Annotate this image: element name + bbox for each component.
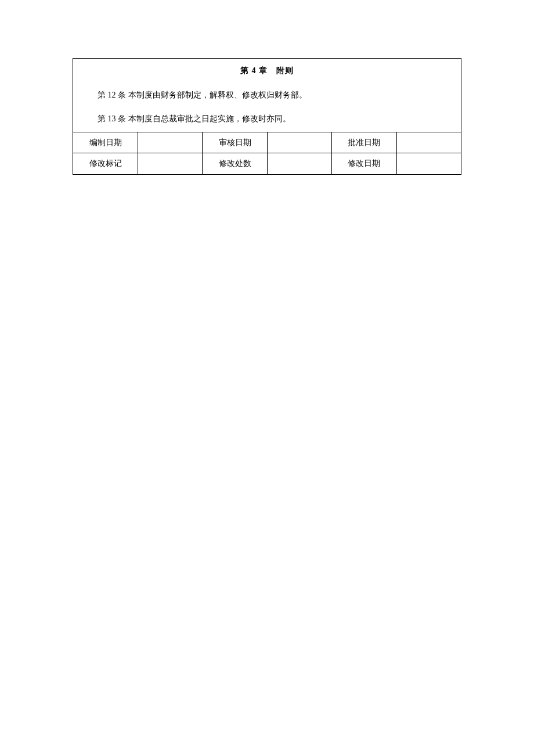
revision-date-value xyxy=(396,153,461,174)
article-12: 第 12 条 本制度由财务部制定，解释权、修改权归财务部。 xyxy=(73,83,461,107)
article-13: 第 13 条 本制度自总裁审批之日起实施，修改时亦同。 xyxy=(73,107,461,132)
footer-row-2: 修改标记 修改处数 修改日期 xyxy=(73,153,461,174)
chapter-title-text: 第 4 章 附则 xyxy=(240,66,294,75)
revision-date-label: 修改日期 xyxy=(331,153,396,174)
document-box: 第 4 章 附则 第 12 条 本制度由财务部制定，解释权、修改权归财务部。 第… xyxy=(73,58,461,175)
chapter-title: 第 4 章 附则 xyxy=(73,59,461,83)
footer-row-1: 编制日期 审核日期 批准日期 xyxy=(73,132,461,153)
compile-date-value xyxy=(138,132,203,153)
compile-date-label: 编制日期 xyxy=(73,132,138,153)
revision-count-label: 修改处数 xyxy=(203,153,268,174)
footer-table: 编制日期 审核日期 批准日期 修改标记 修改处数 修改日期 xyxy=(73,132,461,174)
review-date-value xyxy=(267,132,331,153)
review-date-label: 审核日期 xyxy=(203,132,268,153)
approve-date-label: 批准日期 xyxy=(331,132,396,153)
revision-mark-label: 修改标记 xyxy=(73,153,138,174)
approve-date-value xyxy=(396,132,461,153)
revision-count-value xyxy=(267,153,331,174)
revision-mark-value xyxy=(138,153,203,174)
